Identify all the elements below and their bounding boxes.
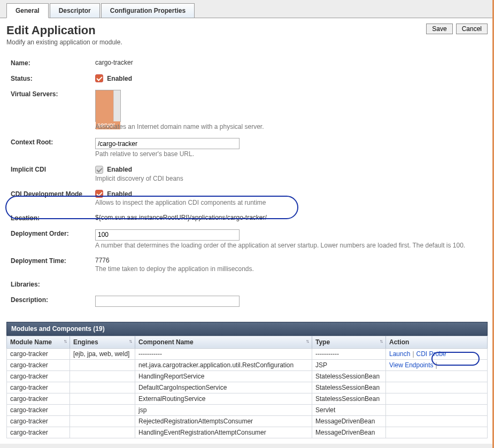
context-root-input[interactable] [95, 138, 240, 149]
table-row: cargo-trackerHandlingEventRegistrationAt… [7, 427, 488, 438]
cell-module: cargo-tracker [7, 404, 70, 415]
cell-engines [70, 404, 135, 415]
cell-action [386, 404, 488, 415]
cell-engines [70, 382, 135, 393]
implicit-cdi-label: Implicit CDI [11, 165, 95, 173]
cdi-dev-enabled-label: Enabled [107, 190, 132, 197]
sort-icon: ↑↓ [129, 338, 132, 344]
context-root-help: Path relative to server's base URL. [95, 150, 488, 158]
launch-link[interactable]: Launch [389, 350, 410, 358]
deploy-order-label: Deployment Order: [11, 229, 95, 237]
implicit-cdi-checkbox[interactable] [95, 166, 103, 174]
cell-type: Servlet [312, 404, 386, 415]
cell-module: cargo-tracker [7, 348, 70, 359]
table-row: cargo-trackerjspServlet [7, 404, 488, 415]
description-input[interactable] [95, 296, 240, 307]
col-engines[interactable]: Engines↑↓ [70, 336, 135, 348]
view-endpoints-link[interactable]: View Endpoints [389, 361, 434, 369]
libraries-label: Libraries: [11, 280, 95, 288]
cell-engines [70, 370, 135, 382]
cell-type: StatelessSessionBean [312, 370, 386, 382]
cell-component: DefaultCargoInspectionService [135, 382, 312, 393]
cell-component: RejectedRegistrationAttemptsConsumer [135, 415, 312, 427]
col-component-name[interactable]: Component Name↑↓ [135, 336, 312, 348]
implicit-cdi-enabled-label: Enabled [107, 166, 132, 173]
cell-component: HandlingReportService [135, 370, 312, 382]
cell-engines [70, 359, 135, 370]
cell-type: JSP [312, 359, 386, 370]
table-row: cargo-trackerExternalRoutingServiceState… [7, 393, 488, 404]
implicit-cdi-help: Implicit discovery of CDI beans [95, 175, 488, 182]
location-label: Location: [11, 214, 95, 222]
deploy-time-value: 7776 [95, 257, 110, 264]
cdi-dev-checkbox[interactable] [95, 190, 103, 198]
cell-module: cargo-tracker [7, 370, 70, 382]
cancel-button[interactable]: Cancel [456, 24, 488, 34]
virtual-servers-help: Associates an Internet domain name with … [95, 123, 488, 130]
cell-module: cargo-tracker [7, 382, 70, 393]
cell-engines [70, 427, 135, 438]
table-row: cargo-trackerRejectedRegistrationAttempt… [7, 415, 488, 427]
page-title: Edit Application [6, 24, 122, 37]
sort-icon: ↑↓ [64, 338, 66, 344]
context-root-label: Context Root: [11, 138, 95, 146]
modules-table: Module Name↑↓ Engines↑↓ Component Name↑↓… [6, 336, 488, 438]
cell-engines [70, 415, 135, 427]
table-row: cargo-trackerDefaultCargoInspectionServi… [7, 382, 488, 393]
deploy-time-help: The time taken to deploy the application… [95, 265, 488, 273]
cell-component: ExternalRoutingService [135, 393, 312, 404]
tab-config-properties[interactable]: Configuration Properties [101, 3, 195, 18]
table-row: cargo-trackernet.java.cargotracker.appli… [7, 359, 488, 370]
cell-type: MessageDrivenBean [312, 415, 386, 427]
cell-module: cargo-tracker [7, 393, 70, 404]
col-module-name[interactable]: Module Name↑↓ [7, 336, 70, 348]
name-label: Name: [11, 59, 95, 67]
sort-icon: ↑↓ [306, 338, 308, 344]
cell-component: HandlingEventRegistrationAttemptConsumer [135, 427, 312, 438]
deploy-order-input[interactable] [95, 229, 240, 241]
name-value: cargo-tracker [95, 59, 488, 66]
cell-type: StatelessSessionBean [312, 393, 386, 404]
cell-component: net.java.cargotracker.application.util.R… [135, 359, 312, 370]
description-label: Description: [11, 296, 95, 304]
table-row: cargo-tracker[ejb, jpa, web, weld]------… [7, 348, 488, 359]
virtual-servers-label: Virtual Servers: [11, 90, 95, 98]
cell-action [386, 370, 488, 382]
cell-action [386, 427, 488, 438]
sort-icon: ↑↓ [380, 338, 382, 344]
cell-action [386, 393, 488, 404]
cell-component: jsp [135, 404, 312, 415]
cell-module: cargo-tracker [7, 359, 70, 370]
cell-type: MessageDrivenBean [312, 427, 386, 438]
location-value: ${com.sun.aas.instanceRootURI}/applicati… [95, 214, 488, 221]
table-row: cargo-trackerHandlingReportServiceStatel… [7, 370, 488, 382]
cdi-probe-link[interactable]: CDI Probe [416, 350, 446, 358]
save-button[interactable]: Save [426, 24, 452, 34]
cell-action [386, 415, 488, 427]
deploy-time-label: Deployment Time: [11, 257, 95, 265]
cdi-dev-label: CDI Development Mode [11, 190, 95, 198]
cdi-dev-help: Allows to inspect the application CDI co… [95, 199, 488, 206]
tab-descriptor[interactable]: Descriptor [50, 3, 100, 18]
status-enabled-label: Enabled [107, 75, 132, 82]
cell-module: cargo-tracker [7, 415, 70, 427]
status-label: Status: [11, 74, 95, 82]
status-checkbox[interactable] [95, 74, 103, 82]
cell-component: ----------- [135, 348, 312, 359]
virtual-servers-listbox[interactable]: server [95, 90, 121, 122]
cell-type: ----------- [312, 348, 386, 359]
col-type[interactable]: Type↑↓ [312, 336, 386, 348]
cell-action [386, 382, 488, 393]
listbox-scrollbar[interactable] [113, 90, 120, 121]
page-subtitle: Modify an existing application or module… [6, 38, 122, 46]
cell-action: View Endpoints| [386, 359, 488, 370]
cell-engines [70, 393, 135, 404]
table-title: Modules and Components (19) [6, 322, 488, 336]
col-action: Action [386, 336, 488, 348]
tab-bar: General Descriptor Configuration Propert… [0, 0, 494, 18]
tab-general[interactable]: General [6, 3, 49, 18]
cell-action: Launch|CDI Probe [386, 348, 488, 359]
cell-type: StatelessSessionBean [312, 382, 386, 393]
deploy-order-help: A number that determines the loading ord… [95, 242, 488, 249]
cell-engines: [ejb, jpa, web, weld] [70, 348, 135, 359]
